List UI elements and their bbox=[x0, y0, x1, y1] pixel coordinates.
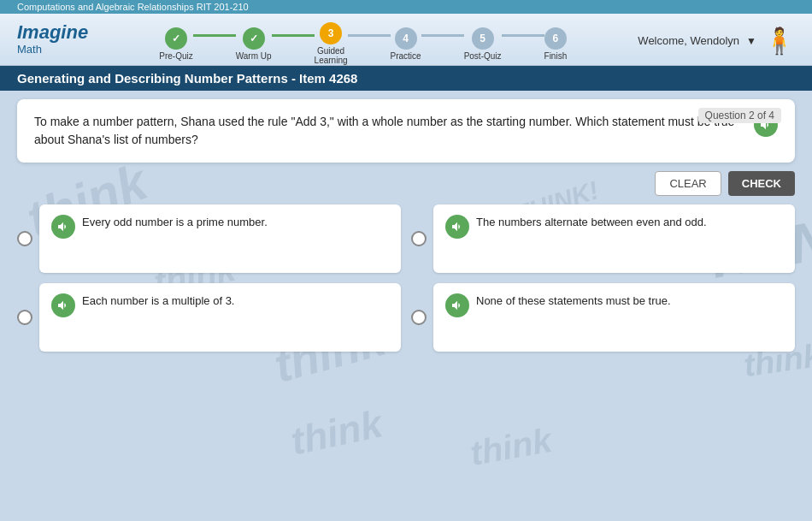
step-label-practice: Practice bbox=[391, 51, 421, 61]
speaker-icon-a bbox=[56, 220, 70, 234]
top-ribbon: Computations and Algebraic Relationships… bbox=[0, 0, 812, 14]
answer-text-d: None of these statements must be true. bbox=[476, 293, 783, 309]
step-post-quiz[interactable]: 5 Post-Quiz bbox=[464, 27, 502, 61]
step-guided[interactable]: 3 GuidedLearning bbox=[315, 22, 348, 65]
step-circle-guided: 3 bbox=[320, 22, 342, 44]
step-line-1 bbox=[193, 34, 236, 37]
welcome-text: Welcome, Wendolyn bbox=[638, 34, 739, 47]
progress-steps: ✓ Pre-Quiz ✓ Warm Up 3 GuidedLearning 4 … bbox=[159, 22, 567, 65]
speaker-icon-c bbox=[56, 299, 70, 312]
step-line-4 bbox=[421, 34, 464, 37]
app-title-main: Imagine bbox=[17, 22, 88, 43]
question-number: Question 2 of 4 bbox=[698, 108, 781, 123]
answer-item-a: Every odd number is a prime number. bbox=[17, 204, 401, 273]
step-line-3 bbox=[348, 34, 391, 37]
speaker-icon-d bbox=[450, 299, 464, 312]
answer-card-d[interactable]: None of these statements must be true. bbox=[433, 283, 795, 352]
avatar: 🧍 bbox=[763, 26, 795, 56]
radio-a[interactable] bbox=[17, 231, 32, 246]
check-button[interactable]: CHECK bbox=[728, 171, 795, 196]
answer-card-a[interactable]: Every odd number is a prime number. bbox=[39, 204, 401, 273]
buttons-row: CLEAR CHECK bbox=[17, 171, 795, 196]
app-title: Imagine Math bbox=[17, 19, 88, 56]
radio-b[interactable] bbox=[411, 231, 427, 246]
radio-d[interactable] bbox=[411, 310, 427, 325]
step-label-pre-quiz: Pre-Quiz bbox=[159, 51, 192, 61]
answer-text-a: Every odd number is a prime number. bbox=[82, 215, 389, 230]
step-circle-warm-up: ✓ bbox=[243, 27, 265, 50]
step-pre-quiz[interactable]: ✓ Pre-Quiz bbox=[159, 27, 192, 61]
step-label-finish: Finish bbox=[544, 51, 568, 61]
main-content: To make a number pattern, Shana used the… bbox=[0, 91, 812, 360]
speaker-icon-b bbox=[450, 220, 464, 234]
answer-c-speaker-button[interactable] bbox=[51, 293, 75, 317]
step-circle-post-quiz: 5 bbox=[472, 27, 494, 50]
dropdown-arrow-icon[interactable]: ▼ bbox=[746, 35, 756, 47]
answer-item-b: The numbers alternate between even and o… bbox=[411, 204, 795, 273]
radio-c[interactable] bbox=[17, 310, 32, 325]
step-circle-pre-quiz: ✓ bbox=[165, 27, 187, 50]
question-box: To make a number pattern, Shana used the… bbox=[17, 99, 795, 163]
progress-area: ✓ Pre-Quiz ✓ Warm Up 3 GuidedLearning 4 … bbox=[159, 19, 567, 65]
answer-card-c[interactable]: Each number is a multiple of 3. bbox=[39, 283, 401, 352]
app-title-sub: Math bbox=[17, 43, 88, 56]
step-label-guided: GuidedLearning bbox=[315, 46, 348, 65]
step-line-5 bbox=[502, 34, 544, 37]
step-warm-up[interactable]: ✓ Warm Up bbox=[236, 27, 272, 61]
section-title: Generating and Describing Number Pattern… bbox=[17, 71, 357, 86]
answer-d-speaker-button[interactable] bbox=[445, 293, 469, 317]
clear-button[interactable]: CLEAR bbox=[655, 171, 721, 196]
step-line-2 bbox=[272, 34, 315, 37]
answer-text-c: Each number is a multiple of 3. bbox=[82, 293, 389, 309]
answer-b-speaker-button[interactable] bbox=[445, 215, 469, 239]
top-bar: Imagine Math ✓ Pre-Quiz ✓ Warm Up 3 Guid… bbox=[0, 14, 812, 66]
answer-card-b[interactable]: The numbers alternate between even and o… bbox=[433, 204, 795, 273]
welcome-area: Welcome, Wendolyn ▼ 🧍 bbox=[638, 19, 795, 56]
step-circle-practice: 4 bbox=[395, 27, 417, 50]
step-circle-finish: 6 bbox=[544, 27, 567, 50]
answer-text-b: The numbers alternate between even and o… bbox=[476, 215, 783, 230]
answer-a-speaker-button[interactable] bbox=[51, 215, 75, 239]
answer-item-d: None of these statements must be true. bbox=[411, 283, 795, 352]
ribbon-text: Computations and Algebraic Relationships… bbox=[17, 2, 249, 12]
step-finish[interactable]: 6 Finish bbox=[544, 27, 568, 61]
step-label-warm-up: Warm Up bbox=[236, 51, 272, 61]
section-header: Generating and Describing Number Pattern… bbox=[0, 66, 812, 91]
answers-grid: Every odd number is a prime number. The … bbox=[17, 204, 795, 352]
step-practice[interactable]: 4 Practice bbox=[391, 27, 421, 61]
answer-item-c: Each number is a multiple of 3. bbox=[17, 283, 401, 352]
step-label-post-quiz: Post-Quiz bbox=[464, 51, 502, 61]
question-text: To make a number pattern, Shana used the… bbox=[34, 113, 745, 149]
